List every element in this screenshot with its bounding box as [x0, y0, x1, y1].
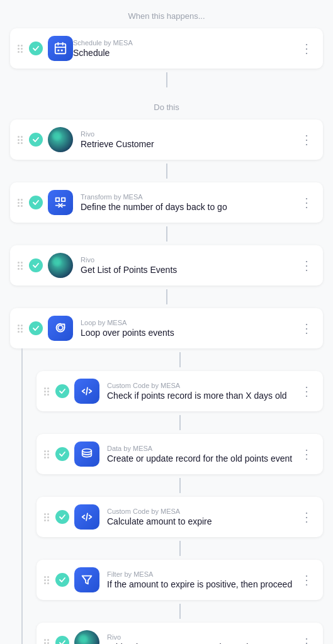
filter-icon — [74, 567, 99, 592]
step-content: Data by MESA Create or update record for… — [107, 445, 298, 464]
connector-line — [179, 415, 181, 430]
loop-children: Custom Code by MESA Check if points reco… — [37, 348, 323, 644]
step-more-button[interactable]: ⋮ — [298, 322, 315, 335]
step-more-button[interactable]: ⋮ — [298, 448, 315, 460]
step-name: Define the number of days back to go — [81, 202, 298, 212]
svg-rect-5 — [61, 50, 63, 52]
step-check-icon — [29, 133, 43, 147]
step-check-icon — [29, 321, 43, 335]
connector-8 — [37, 600, 323, 623]
drag-handle[interactable] — [16, 323, 24, 334]
step-title: Custom Code by MESA — [107, 382, 298, 389]
connector-line — [179, 604, 181, 619]
step-more-button[interactable]: ⋮ — [298, 259, 315, 272]
step-create-update: Data by MESA Create or update record for… — [37, 434, 323, 474]
step-name: Calculate amount to expire — [107, 516, 298, 526]
connector-line — [179, 352, 181, 367]
transform-icon — [48, 190, 73, 215]
trigger-title: Schedule by MESA — [73, 39, 298, 47]
step-add-points: Rivo Add Points to Customer's Points Bal… — [37, 623, 323, 644]
step-name: Loop over points events — [81, 328, 298, 338]
step-content: Custom Code by MESA Check if points reco… — [107, 382, 298, 401]
trigger-more-button[interactable]: ⋮ — [298, 42, 315, 55]
page-container: When this happens... Schedule by MESA Sc… — [0, 0, 333, 644]
step-check-icon — [55, 384, 69, 398]
connector-4 — [37, 348, 323, 371]
step-title: Custom Code by MESA — [107, 508, 298, 515]
connector-line — [179, 478, 181, 493]
connector-5 — [37, 411, 323, 434]
code-icon — [74, 504, 99, 530]
connector-7 — [37, 537, 323, 560]
code-icon — [74, 379, 99, 404]
connector-2 — [10, 223, 323, 245]
drag-handle[interactable] — [43, 575, 50, 586]
drag-handle[interactable] — [43, 638, 50, 645]
connector-1 — [10, 160, 323, 182]
connector-6 — [37, 474, 323, 497]
data-icon — [74, 441, 99, 467]
step-title: Loop by MESA — [81, 319, 298, 326]
trigger-icon — [48, 36, 73, 61]
rivo-icon — [74, 630, 99, 644]
drag-handle[interactable] — [43, 449, 50, 460]
step-title: Rivo — [81, 130, 298, 138]
step-name: Create or update record for the old poin… — [107, 453, 298, 464]
do-label: Do this — [10, 91, 323, 119]
step-name: Check if points record is more than X da… — [107, 391, 298, 401]
drag-handle[interactable] — [43, 512, 50, 523]
step-content: Rivo Add Points to Customer's Points Bal… — [107, 633, 298, 644]
step-more-button[interactable]: ⋮ — [298, 574, 315, 586]
step-title: Rivo — [81, 256, 298, 264]
svg-rect-4 — [57, 50, 59, 52]
connector-line — [166, 72, 167, 87]
step-more-button[interactable]: ⋮ — [298, 636, 315, 644]
step-calculate-expire: Custom Code by MESA Calculate amount to … — [37, 497, 323, 537]
connector-0 — [10, 69, 323, 91]
step-title: Filter by MESA — [107, 570, 298, 578]
trigger-card: Schedule by MESA Schedule ⋮ — [10, 28, 323, 69]
step-loop: Loop by MESA Loop over points events ⋮ — [10, 308, 323, 348]
when-label: When this happens... — [10, 0, 323, 28]
drag-handle[interactable] — [16, 197, 24, 208]
trigger-content: Schedule by MESA Schedule — [73, 39, 298, 58]
svg-rect-0 — [55, 44, 66, 54]
step-more-button[interactable]: ⋮ — [298, 196, 315, 209]
step-name: Retrieve Customer — [81, 139, 298, 149]
step-check-icon — [55, 447, 69, 461]
loop-children-container: Custom Code by MESA Check if points reco… — [10, 348, 323, 644]
drag-handle[interactable] — [16, 260, 24, 271]
step-content: Rivo Get List of Points Events — [81, 256, 298, 275]
step-name: Get List of Points Events — [81, 265, 298, 275]
step-check-icon — [29, 258, 43, 272]
step-more-button[interactable]: ⋮ — [298, 133, 315, 146]
step-name: If the amount to expire is positive, the… — [107, 579, 298, 589]
trigger-name: Schedule — [73, 48, 298, 58]
connector-line — [166, 164, 167, 179]
rivo-icon — [48, 127, 73, 152]
step-content: Custom Code by MESA Calculate amount to … — [107, 508, 298, 526]
step-content: Loop by MESA Loop over points events — [81, 319, 298, 338]
connector-3 — [10, 286, 323, 308]
step-check-icon — [29, 196, 43, 209]
step-check-icon — [55, 573, 69, 587]
drag-handle[interactable] — [16, 135, 24, 145]
trigger-check-icon — [29, 42, 43, 55]
step-filter-positive: Filter by MESA If the amount to expire i… — [37, 560, 323, 600]
step-content: Rivo Retrieve Customer — [81, 130, 298, 149]
step-retrieve-customer: Rivo Retrieve Customer ⋮ — [10, 119, 323, 160]
drag-handle[interactable] — [43, 386, 50, 397]
step-check-icon — [55, 636, 69, 644]
connector-line — [166, 226, 167, 242]
drag-handle[interactable] — [16, 43, 24, 54]
svg-point-7 — [82, 449, 92, 453]
loop-icon — [48, 316, 73, 341]
step-check-icon — [55, 510, 69, 524]
svg-point-6 — [58, 325, 62, 330]
step-more-button[interactable]: ⋮ — [298, 511, 315, 523]
step-content: Filter by MESA If the amount to expire i… — [107, 570, 298, 589]
step-check-points: Custom Code by MESA Check if points reco… — [37, 371, 323, 411]
step-more-button[interactable]: ⋮ — [298, 385, 315, 397]
step-get-list: Rivo Get List of Points Events ⋮ — [10, 245, 323, 286]
step-title: Transform by MESA — [81, 193, 298, 201]
